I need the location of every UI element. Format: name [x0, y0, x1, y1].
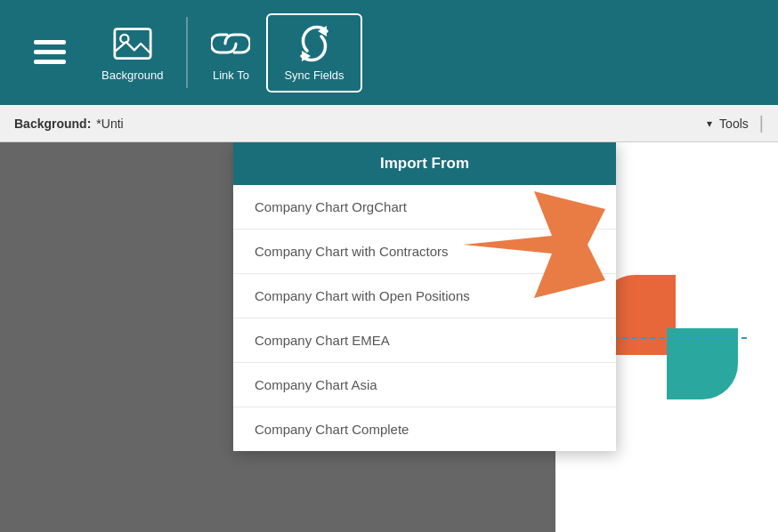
- svg-rect-2: [34, 60, 66, 64]
- main-content: Import From Company Chart OrgChart Compa…: [0, 142, 778, 532]
- vertical-bar: |: [759, 113, 764, 133]
- dropdown-item-contractors[interactable]: Company Chart with Contractors: [233, 230, 616, 274]
- dropdown-header: Import From: [233, 142, 616, 185]
- background-field-label: Background:: [14, 117, 91, 131]
- link-to-label: Link To: [213, 69, 249, 82]
- import-from-dropdown: Import From Company Chart OrgChart Compa…: [233, 142, 616, 451]
- link-to-button[interactable]: Link To: [195, 15, 266, 91]
- dashed-line: [604, 337, 747, 339]
- background-button[interactable]: Background: [85, 15, 179, 91]
- hamburger-icon: [30, 33, 69, 72]
- svg-rect-3: [115, 28, 150, 58]
- sync-fields-button[interactable]: Sync Fields: [266, 13, 361, 93]
- background-label: Background: [101, 69, 163, 82]
- svg-point-4: [120, 34, 128, 42]
- dropdown-item-open-positions[interactable]: Company Chart with Open Positions: [233, 274, 616, 318]
- divider: [186, 17, 188, 88]
- svg-rect-1: [34, 50, 66, 54]
- dropdown-item-complete[interactable]: Company Chart Complete: [233, 407, 616, 451]
- menubar: Background: *Unti ▾ Tools |: [0, 105, 778, 142]
- link-icon: [211, 24, 250, 63]
- dropdown-item-orgchart[interactable]: Company Chart OrgChart: [233, 185, 616, 230]
- sync-fields-label: Sync Fields: [284, 69, 344, 82]
- dropdown-item-emea[interactable]: Company Chart EMEA: [233, 318, 616, 363]
- chevron-down-icon[interactable]: ▾: [707, 117, 712, 130]
- image-icon: [113, 24, 152, 63]
- svg-rect-0: [34, 40, 66, 44]
- teal-shape: [667, 328, 738, 399]
- dropdown-item-asia[interactable]: Company Chart Asia: [233, 363, 616, 407]
- toolbar: Background Link To Sync Fields: [0, 0, 778, 105]
- sync-icon: [295, 24, 334, 63]
- menubar-right: ▾ Tools |: [707, 113, 764, 133]
- background-field-value: *Unti: [96, 117, 123, 131]
- menu-button[interactable]: [14, 24, 85, 81]
- tools-button[interactable]: Tools: [719, 117, 749, 131]
